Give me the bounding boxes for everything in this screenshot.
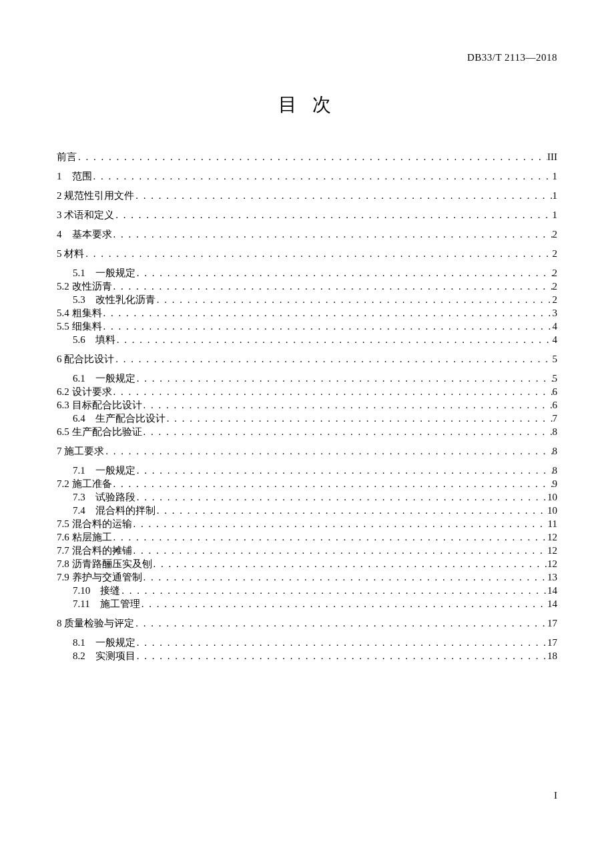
toc-group: 1 范围1 [57, 171, 557, 181]
toc-entry: 8.2 实测项目18 [57, 651, 557, 661]
toc-entry: 7.9 养护与交通管制13 [57, 572, 557, 582]
page: DB33/T 2113—2018 目 次 前言III1 范围12 规范性引用文件… [0, 0, 614, 868]
toc-leader-dots [152, 559, 548, 569]
toc-entry-label: 7.5 混合料的运输 [57, 519, 132, 529]
toc-leader-dots [156, 506, 547, 516]
toc-entry: 5.3 改性乳化沥青2 [57, 295, 557, 305]
toc-entry-page: 3 [553, 308, 558, 318]
toc-group: 6 配合比设计5 [57, 354, 557, 364]
toc-leader-dots [102, 322, 553, 332]
toc-entry-page: 5 [553, 354, 558, 364]
toc-entry-page: 2 [553, 249, 558, 259]
toc-leader-dots [112, 532, 548, 542]
toc-entry: 5.1 一般规定2 [57, 268, 557, 278]
toc-entry-label: 7.8 沥青路酾压实及刨 [57, 559, 152, 569]
toc-entry-page: 10 [547, 492, 557, 502]
toc-group: 8.1 一般规定178.2 实测项目18 [57, 638, 557, 661]
toc-leader-dots [135, 374, 553, 384]
toc-entry: 8.1 一般规定17 [57, 638, 557, 648]
toc-entry: 5.6 填料4 [57, 335, 557, 345]
toc-leader-dots [135, 466, 553, 476]
toc-leader-dots [112, 387, 553, 397]
toc-entry-page: 8 [553, 427, 558, 437]
toc-entry: 6.1 一般规定5 [57, 374, 557, 384]
toc-entry-label: 5.2 改性沥青 [57, 282, 112, 292]
toc-entry: 6.2 设计要求6 [57, 387, 557, 397]
toc-entry-label: 7 施工要求 [57, 446, 104, 456]
toc-entry-page: 9 [553, 479, 558, 489]
toc-entry-label: 6.5 生产配合比验证 [57, 427, 142, 437]
toc-entry-page: 2 [553, 282, 558, 292]
toc-entry: 7.5 混合料的运输11 [57, 519, 557, 529]
toc-entry-label: 7.10 接缝 [73, 586, 120, 596]
toc-entry-page: 11 [548, 519, 557, 529]
toc-leader-dots [135, 651, 547, 661]
toc-entry-label: 4 基本要求 [57, 230, 112, 240]
toc-entry-label: 6.1 一般规定 [73, 374, 135, 384]
toc-entry-label: 5.5 细集料 [57, 322, 102, 332]
toc-group: 7.1 一般规定87.2 施工准备97.3 试验路段107.4 混合料的拌制10… [57, 466, 557, 609]
toc-entry-label: 7.1 一般规定 [73, 466, 135, 476]
toc-entry: 前言III [57, 152, 557, 162]
toc-entry-label: 6.2 设计要求 [57, 387, 112, 397]
toc-entry-page: 14 [547, 586, 557, 596]
page-number: I [554, 790, 557, 801]
toc-leader-dots [102, 308, 553, 318]
toc-entry-page: 2 [553, 268, 558, 278]
toc-leader-dots [134, 191, 552, 201]
toc-entry-label: 8.1 一般规定 [73, 638, 135, 648]
toc-group: 2 规范性引用文件1 [57, 191, 557, 201]
toc-leader-dots [142, 400, 553, 410]
toc-entry-label: 5.3 改性乳化沥青 [73, 295, 156, 305]
toc-entry: 2 规范性引用文件1 [57, 191, 557, 201]
table-of-contents: 前言III1 范围12 规范性引用文件13 术语和定义14 基本要求25 材料2… [57, 152, 557, 661]
toc-leader-dots [112, 230, 553, 240]
toc-entry-label: 5.1 一般规定 [73, 268, 135, 278]
toc-group: 3 术语和定义1 [57, 210, 557, 220]
toc-entry-page: 1 [553, 210, 558, 220]
toc-group: 前言III [57, 152, 557, 162]
toc-entry-label: 1 范围 [57, 171, 92, 181]
toc-entry: 1 范围1 [57, 171, 557, 181]
toc-entry-label: 7.9 养护与交通管制 [57, 572, 142, 582]
toc-entry-label: 5.4 粗集料 [57, 308, 102, 318]
toc-entry: 8 质量检验与评定17 [57, 618, 557, 628]
toc-group: 5 材料2 [57, 249, 557, 259]
toc-entry-page: 1 [553, 171, 558, 181]
toc-entry-page: 5 [553, 374, 558, 384]
toc-entry-label: 8 质量检验与评定 [57, 618, 134, 628]
toc-entry: 5.5 细集料4 [57, 322, 557, 332]
toc-leader-dots [142, 572, 548, 582]
toc-entry-page: 2 [553, 230, 558, 240]
toc-entry-label: 6.3 目标配合比设计 [57, 400, 142, 410]
toc-leader-dots [140, 599, 547, 609]
toc-entry-page: 4 [553, 335, 558, 345]
toc-entry-label: 7.4 混合料的拌制 [73, 506, 156, 516]
toc-group: 4 基本要求2 [57, 230, 557, 240]
toc-leader-dots [135, 492, 547, 502]
toc-entry-label: 8.2 实测项目 [73, 651, 135, 661]
toc-entry-label: 7.7 混合料的摊铺 [57, 546, 132, 556]
toc-entry: 7.1 一般规定8 [57, 466, 557, 476]
page-title: 目 次 [57, 92, 557, 117]
toc-entry-page: 12 [547, 532, 557, 542]
toc-entry: 6.5 生产配合比验证8 [57, 427, 557, 437]
toc-leader-dots [142, 427, 553, 437]
toc-entry-label: 2 规范性引用文件 [57, 191, 134, 201]
toc-entry-label: 前言 [57, 152, 77, 162]
toc-group: 7 施工要求8 [57, 446, 557, 456]
toc-entry-page: 2 [553, 295, 558, 305]
toc-entry-page: 4 [553, 322, 558, 332]
toc-entry-page: 14 [547, 599, 557, 609]
toc-entry: 7.6 粘层施工12 [57, 532, 557, 542]
toc-entry-label: 7.11 施工管理 [73, 599, 140, 609]
toc-entry-page: 10 [547, 506, 557, 516]
toc-entry: 7.2 施工准备9 [57, 479, 557, 489]
toc-entry-label: 5 材料 [57, 249, 84, 259]
toc-entry-page: 7 [553, 414, 558, 424]
toc-entry-page: III [547, 152, 557, 162]
toc-entry-page: 1 [553, 191, 558, 201]
toc-leader-dots [120, 586, 547, 596]
toc-entry: 6 配合比设计5 [57, 354, 557, 364]
toc-entry: 3 术语和定义1 [57, 210, 557, 220]
